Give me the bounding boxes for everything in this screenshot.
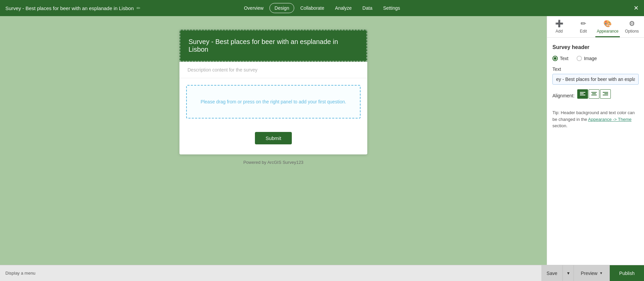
align-left-icon	[580, 92, 585, 96]
svg-rect-1	[580, 93, 584, 94]
tab-edit-label: Edit	[580, 29, 587, 34]
preview-dropdown-arrow: ▼	[599, 271, 603, 275]
appearance-icon: 🎨	[603, 19, 612, 28]
radio-image-circle	[577, 56, 582, 61]
svg-rect-5	[591, 95, 597, 95]
radio-text-label: Text	[560, 56, 569, 61]
align-right-button[interactable]	[600, 89, 611, 99]
preview-label: Preview	[581, 271, 597, 276]
tab-appearance[interactable]: 🎨 Appearance	[595, 16, 620, 37]
survey-title-text: Survey - Best places for beer with an es…	[5, 5, 134, 11]
svg-rect-8	[603, 95, 608, 95]
nav-overview[interactable]: Overview	[239, 3, 268, 13]
tab-appearance-label: Appearance	[597, 29, 619, 34]
survey-drop-zone[interactable]: Please drag from or press on the right p…	[186, 85, 361, 119]
svg-rect-0	[580, 92, 585, 93]
section-title: Survey header	[552, 44, 639, 50]
right-panel: ➕ Add ✏ Edit 🎨 Appearance ⚙ Options Surv…	[547, 16, 644, 265]
tab-add-label: Add	[555, 29, 562, 34]
align-right-icon	[603, 92, 608, 96]
svg-rect-6	[603, 92, 608, 93]
alignment-label: Alignment:	[552, 93, 575, 98]
radio-image-option[interactable]: Image	[577, 56, 597, 61]
tab-options[interactable]: ⚙ Options	[620, 16, 644, 37]
header-type-radio-group: Text Image	[552, 56, 639, 61]
align-center-button[interactable]	[589, 89, 599, 99]
options-icon: ⚙	[629, 19, 635, 28]
bottom-actions: Save ▼ Preview ▼ Publish	[541, 265, 644, 281]
panel-content: Survey header Text Image Text Alignment:	[547, 38, 644, 265]
survey-description: Description content for the survey	[179, 62, 367, 78]
tab-add[interactable]: ➕ Add	[547, 16, 571, 37]
powered-by-text: Powered by ArcGIS Survey123	[243, 160, 303, 165]
svg-rect-7	[604, 93, 608, 94]
top-navigation: Survey - Best places for beer with an es…	[0, 0, 644, 16]
radio-text-option[interactable]: Text	[552, 56, 569, 61]
svg-rect-4	[592, 93, 596, 94]
share-close-icon[interactable]: ✕	[634, 4, 639, 12]
survey-header[interactable]: Survey - Best places for beer with an es…	[179, 30, 367, 62]
save-button[interactable]: Save	[541, 265, 563, 281]
survey-container: Survey - Best places for beer with an es…	[179, 30, 367, 154]
bottom-bar: Display a menu Save ▼ Preview ▼ Publish	[0, 265, 644, 281]
panel-tabs: ➕ Add ✏ Edit 🎨 Appearance ⚙ Options	[547, 16, 644, 38]
header-text-input[interactable]	[552, 74, 639, 85]
tip-text-block: Tip: Header background and text color ca…	[552, 109, 639, 129]
svg-rect-3	[591, 92, 597, 93]
nav-links: Overview Design Collaborate Analyze Data…	[239, 3, 405, 13]
align-center-icon	[591, 92, 597, 96]
alignment-group	[577, 89, 611, 99]
submit-button[interactable]: Submit	[255, 132, 292, 144]
appearance-theme-link[interactable]: Appearance -> Theme	[588, 117, 631, 122]
radio-image-label: Image	[584, 56, 597, 61]
nav-data[interactable]: Data	[358, 3, 377, 13]
survey-submit-area: Submit	[179, 125, 367, 154]
nav-settings[interactable]: Settings	[378, 3, 405, 13]
tip-text-suffix: section.	[552, 123, 568, 128]
display-menu-text: Display a menu	[5, 271, 36, 276]
nav-collaborate[interactable]: Collaborate	[296, 3, 329, 13]
alignment-row: Alignment:	[552, 89, 639, 104]
nav-right: ✕	[631, 4, 639, 12]
svg-rect-2	[580, 95, 585, 95]
edit-title-icon[interactable]: ✏	[137, 5, 141, 11]
save-dropdown-button[interactable]: ▼	[563, 265, 574, 281]
tab-edit[interactable]: ✏ Edit	[571, 16, 595, 37]
bottom-left-area: Display a menu	[0, 265, 541, 281]
align-left-button[interactable]	[577, 89, 588, 99]
text-field-label: Text	[552, 66, 639, 72]
add-icon: ➕	[555, 19, 564, 28]
nav-design[interactable]: Design	[270, 3, 294, 13]
radio-text-circle	[552, 56, 558, 61]
nav-analyze[interactable]: Analyze	[330, 3, 357, 13]
preview-button[interactable]: Preview ▼	[574, 265, 610, 281]
publish-button[interactable]: Publish	[610, 265, 644, 281]
main-area: Survey - Best places for beer with an es…	[0, 16, 644, 265]
canvas-area: Survey - Best places for beer with an es…	[0, 16, 547, 265]
tab-options-label: Options	[625, 29, 639, 34]
edit-icon: ✏	[581, 19, 586, 28]
